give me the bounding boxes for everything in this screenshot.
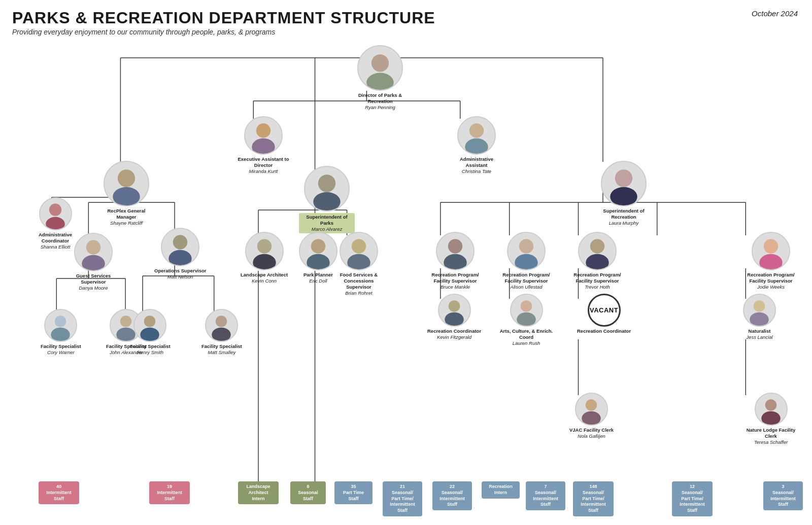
- staff-count: 3: [767, 484, 799, 490]
- svg-point-74: [764, 239, 778, 254]
- photo-fac-spec4: [205, 309, 238, 342]
- svg-point-67: [347, 254, 370, 269]
- label-fac-spec4: Facility Specialist Matt Smalley: [201, 343, 242, 356]
- node-ops-sup: Operations Supervisor Matt Nelson: [154, 228, 206, 280]
- staff-box-148-seasonal: 148 Seasonal/Part Time/IntermittentStaff: [573, 481, 614, 516]
- svg-point-54: [318, 174, 335, 192]
- svg-point-55: [313, 192, 341, 211]
- svg-point-91: [582, 411, 601, 425]
- node-director: Director of Parks & Recreation Ryan Penn…: [352, 45, 408, 111]
- staff-count: 6: [294, 484, 322, 490]
- vacant-circle: VACANT: [588, 294, 621, 327]
- label-director: Director of Parks & Recreation Ryan Penn…: [352, 92, 408, 111]
- photo-supt-parks: [304, 166, 350, 212]
- label-arts-coord: Arts, Culture, & Enrich. Coord Lauren Ru…: [498, 328, 554, 346]
- label-park-plan: Park Planner Eric Doll: [303, 272, 333, 284]
- staff-count: 19: [153, 484, 186, 490]
- page-subtitle: Providing everyday enjoyment to our comm…: [12, 28, 800, 36]
- svg-point-49: [465, 138, 488, 154]
- staff-box-22-seasonal: 22 Seasonal/IntermittentStaff: [432, 481, 472, 510]
- label-rec-coord2: Recreation Coordinator: [577, 328, 631, 334]
- node-food-svc: Food Services & Concessions Supervisor B…: [331, 232, 387, 296]
- staff-box-21-seasonal: 21 Seasonal/Part Time/IntermittentStaff: [383, 481, 422, 516]
- label-rec-fac4: Recreation Program/ Facility Supervisor …: [743, 272, 799, 290]
- node-supt-rec: Superintendent of Recreation Laura Murph…: [596, 161, 652, 226]
- staff-count: 35: [338, 484, 369, 490]
- svg-point-85: [445, 312, 464, 326]
- staff-box-3-seasonal: 3 Seasonal/IntermittentStaff: [763, 481, 803, 510]
- label-landscape: Landscape Architect Kevin Conn: [241, 272, 288, 284]
- label-nature-clerk: Nature Lodge Facility Clerk Teresa Schaf…: [743, 427, 799, 445]
- label-naturalist: Naturalist Jess Lancial: [746, 328, 772, 340]
- svg-point-53: [46, 217, 65, 229]
- svg-point-44: [371, 54, 389, 72]
- node-rec-coord2: VACANT Recreation Coordinator: [577, 294, 631, 334]
- staff-box-landscape-intern: LandscapeArchitectIntern: [238, 481, 279, 504]
- staff-label: RecreationIntern: [485, 484, 516, 496]
- node-arts-coord: Arts, Culture, & Enrich. Coord Lauren Ru…: [498, 294, 554, 346]
- photo-landscape: [245, 232, 284, 270]
- label-fac-spec1: Facility Specialist Cory Warner: [41, 343, 81, 356]
- svg-point-84: [448, 300, 460, 312]
- svg-point-57: [610, 187, 637, 205]
- svg-point-58: [86, 240, 100, 255]
- node-supt-parks: Superintendent of Parks Marco Alvarez: [299, 166, 355, 233]
- svg-point-52: [49, 204, 61, 216]
- svg-point-45: [366, 73, 394, 90]
- org-lines: [12, 40, 800, 525]
- photo-rec-fac4: [752, 232, 790, 270]
- svg-point-72: [590, 239, 604, 254]
- svg-point-92: [765, 399, 776, 411]
- svg-point-51: [113, 187, 140, 205]
- node-fac-spec3: Facility Specialist Henry Smith: [130, 309, 171, 356]
- svg-point-56: [615, 169, 632, 187]
- staff-count: 12: [675, 484, 709, 490]
- label-supt-rec: Superintendent of Recreation Laura Murph…: [596, 208, 652, 226]
- staff-label: Seasonal/IntermittentStaff: [436, 490, 468, 508]
- label-rec-coord1: Recreation Coordinator Kevin Fitzgerald: [427, 328, 481, 340]
- label-supt-parks: Superintendent of Parks Marco Alvarez: [299, 213, 355, 233]
- staff-count: 21: [386, 484, 419, 490]
- photo-fac-spec3: [133, 309, 166, 342]
- staff-label: Part TimeStaff: [338, 490, 369, 502]
- photo-food-svc: [340, 232, 378, 270]
- svg-point-64: [311, 239, 325, 254]
- node-landscape: Landscape Architect Kevin Conn: [241, 232, 288, 284]
- staff-count: 148: [577, 484, 610, 490]
- node-vjac-clerk: VJAC Facility Clerk Nola Gafiijen: [569, 393, 614, 439]
- node-rec-coord1: Recreation Coordinator Kevin Fitzgerald: [427, 294, 481, 340]
- node-admin-asst: Administrative Assistant Christina Tate: [449, 116, 504, 174]
- node-fac-spec1: Facility Specialist Cory Warner: [41, 309, 81, 356]
- staff-box-12-seasonal: 12 Seasonal/Part Time/IntermittentStaff: [672, 481, 713, 516]
- photo-rec-fac3: [578, 232, 617, 270]
- staff-label: Seasonal/Part Time/IntermittentStaff: [386, 490, 419, 514]
- svg-point-81: [141, 328, 160, 341]
- photo-rec-coord1: [438, 294, 471, 327]
- svg-point-90: [586, 399, 597, 411]
- photo-ops-sup: [161, 228, 199, 266]
- staff-label: Seasonal/Part Time/IntermittentStaff: [577, 490, 610, 514]
- org-chart: Director of Parks & Recreation Ryan Penn…: [12, 40, 800, 525]
- svg-point-65: [307, 254, 329, 269]
- label-admin-asst: Administrative Assistant Christina Tate: [449, 156, 504, 174]
- svg-point-66: [352, 239, 366, 254]
- svg-point-69: [444, 254, 466, 269]
- svg-point-50: [118, 169, 135, 187]
- node-rec-fac2: Recreation Program/ Facility Supervisor …: [498, 232, 554, 290]
- node-rec-fac1: Recreation Program/ Facility Supervisor …: [427, 232, 483, 290]
- photo-admin-asst: [457, 116, 496, 155]
- svg-point-70: [519, 239, 533, 254]
- svg-point-47: [252, 138, 275, 154]
- label-guest-svc: Guest Services Supervisor Danya Moore: [65, 273, 121, 291]
- svg-point-87: [517, 312, 536, 326]
- svg-point-89: [750, 312, 769, 326]
- svg-point-71: [515, 254, 537, 269]
- photo-director: [357, 45, 403, 91]
- svg-point-68: [448, 239, 462, 254]
- svg-point-75: [759, 254, 782, 269]
- staff-count: 22: [436, 484, 468, 490]
- node-fac-spec4: Facility Specialist Matt Smalley: [201, 309, 242, 356]
- svg-point-48: [469, 124, 484, 138]
- label-ops-sup: Operations Supervisor Matt Nelson: [154, 268, 206, 280]
- svg-point-61: [168, 250, 191, 265]
